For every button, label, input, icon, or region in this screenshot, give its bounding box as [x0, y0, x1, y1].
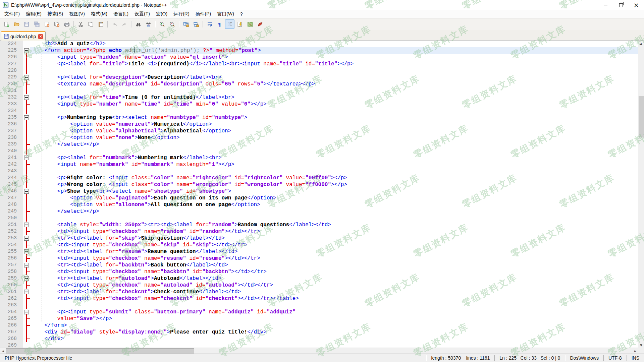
- code-text[interactable]: <p><label for="time">Time (0 for unlimit…: [30, 94, 638, 101]
- code-text[interactable]: [30, 87, 638, 94]
- code-text[interactable]: <p>Wrong color: <input class="color" nam…: [30, 181, 638, 188]
- code-text[interactable]: <table style="width: 250px"><tr><td><lab…: [30, 222, 638, 228]
- code-text[interactable]: <option value="numerical">Numerical</opt…: [30, 121, 638, 128]
- code-text[interactable]: <input name="numbmark" id="numbmark" max…: [30, 161, 638, 168]
- fold-collapse-box[interactable]: [24, 48, 29, 53]
- vertical-scroll-thumb[interactable]: [639, 96, 644, 137]
- zoom-out-icon[interactable]: [167, 19, 177, 29]
- code-text[interactable]: <tr><td><label for="resume">Resume quest…: [30, 248, 638, 255]
- indent-guide-icon[interactable]: [225, 19, 234, 29]
- code-text[interactable]: <td><input type="checkbox" name="random"…: [30, 228, 638, 235]
- save-all-icon[interactable]: [32, 19, 41, 29]
- close-all-icon[interactable]: [52, 19, 61, 29]
- code-text[interactable]: <td><input type="checkbox" name="autoloa…: [30, 282, 638, 289]
- code-text[interactable]: </select></p>: [30, 141, 638, 148]
- fold-collapse-box[interactable]: [24, 95, 29, 100]
- code-text[interactable]: <option value="allonone">All questions o…: [30, 201, 638, 208]
- menu-item[interactable]: ?: [237, 11, 246, 17]
- fold-collapse-box[interactable]: [24, 75, 29, 80]
- code-text[interactable]: <option value="none">None</option>: [30, 134, 638, 141]
- code-text[interactable]: [30, 215, 638, 222]
- code-text[interactable]: <p><label for="title">Title <i>(required…: [30, 61, 638, 67]
- menu-item[interactable]: 搜索(S): [45, 10, 66, 18]
- horizontal-scroll-thumb[interactable]: [6, 348, 194, 354]
- code-text[interactable]: <p>Right color: <input class="color" nam…: [30, 175, 638, 181]
- code-text[interactable]: <tr><td><label for="autoload">Autoload</…: [30, 275, 638, 282]
- code-text[interactable]: <p><input type="submit" class="button-pr…: [30, 309, 638, 315]
- code-text[interactable]: <p>Numbering type<br><select name="numbt…: [30, 114, 638, 121]
- fold-collapse-box[interactable]: [24, 115, 29, 120]
- menu-item[interactable]: 语言(L): [110, 10, 131, 18]
- scroll-right-icon[interactable]: ►: [633, 348, 638, 354]
- code-text[interactable]: <tr><td><label for="skip">Skip question<…: [30, 235, 638, 242]
- code-text[interactable]: [30, 148, 638, 155]
- menu-item[interactable]: 编辑(E): [23, 10, 45, 18]
- code-text[interactable]: </form>: [30, 322, 638, 329]
- code-text[interactable]: value="Save"></p>: [30, 315, 638, 322]
- print-icon[interactable]: [62, 19, 71, 29]
- code-text[interactable]: <p><label for="numbmark">Numbering mark<…: [30, 155, 638, 161]
- vertical-scrollbar[interactable]: ▲ ▼: [638, 41, 644, 348]
- minimize-button[interactable]: [598, 0, 613, 10]
- code-text[interactable]: [30, 342, 638, 348]
- code-text[interactable]: <td><input type="checkbox" name="backbtn…: [30, 268, 638, 275]
- tab-quizlord[interactable]: quizlord.php ×: [1, 31, 46, 41]
- copy-icon[interactable]: [86, 19, 95, 29]
- new-file-icon[interactable]: [2, 19, 11, 29]
- monitoring-icon[interactable]: [255, 19, 265, 29]
- code-text[interactable]: <h2>Add a quiz</h2>: [30, 41, 638, 47]
- restore-button[interactable]: [613, 0, 629, 10]
- tab-close-icon[interactable]: ×: [38, 34, 43, 39]
- document-map-icon[interactable]: [245, 19, 255, 29]
- show-all-chars-icon[interactable]: ¶: [215, 19, 224, 29]
- scroll-left-icon[interactable]: ◄: [0, 348, 6, 354]
- menu-item[interactable]: 窗口(W): [214, 10, 237, 18]
- code-text[interactable]: <input type="number" name="time" id="tim…: [30, 101, 638, 108]
- code-text[interactable]: <p><label for="description">Description<…: [30, 74, 638, 81]
- menu-item[interactable]: 视图(V): [66, 10, 88, 18]
- code-text[interactable]: <p>Show type<br><select name="showtype" …: [30, 188, 638, 195]
- menu-item[interactable]: 宏(O): [153, 10, 170, 18]
- zoom-in-icon[interactable]: [157, 19, 167, 29]
- code-text[interactable]: <option value="paginated">Each question …: [30, 195, 638, 201]
- code-text[interactable]: <td><input type="checkbox" name="resume"…: [30, 255, 638, 262]
- sync-scroll-h-icon[interactable]: [191, 19, 201, 29]
- menu-item[interactable]: 运行(R): [170, 10, 192, 18]
- menu-item[interactable]: 设置(T): [131, 10, 153, 18]
- fold-collapse-box[interactable]: [24, 223, 29, 227]
- code-text[interactable]: </select></p>: [30, 208, 638, 215]
- close-file-icon[interactable]: [42, 19, 51, 29]
- scroll-up-icon[interactable]: ▲: [638, 41, 644, 46]
- menu-item[interactable]: 格式(M): [88, 10, 110, 18]
- scroll-down-icon[interactable]: ▼: [638, 342, 644, 348]
- code-text[interactable]: </div>: [30, 336, 638, 342]
- redo-icon[interactable]: [120, 19, 129, 29]
- menu-item[interactable]: 插件(P): [193, 10, 214, 18]
- horizontal-scrollbar[interactable]: ◄ ►: [0, 348, 638, 354]
- fold-collapse-box[interactable]: [24, 156, 29, 160]
- find-icon[interactable]: [133, 19, 143, 29]
- code-text[interactable]: [30, 302, 638, 309]
- undo-icon[interactable]: [110, 19, 119, 29]
- code-text[interactable]: [30, 168, 638, 175]
- fold-collapse-box[interactable]: [24, 310, 29, 314]
- code-text[interactable]: <tr><td><label for="backbtn">Back button…: [30, 262, 638, 268]
- code-text[interactable]: <textarea name="description" id="descrip…: [30, 81, 638, 87]
- cut-icon[interactable]: [76, 19, 85, 29]
- paste-icon[interactable]: [96, 19, 105, 29]
- code-text[interactable]: <td><input type="checkbox" name="checkcn…: [30, 295, 638, 302]
- replace-icon[interactable]: ab: [144, 19, 153, 29]
- menu-item[interactable]: 文件(F): [1, 10, 23, 18]
- close-button[interactable]: ×: [629, 0, 644, 10]
- fold-collapse-box[interactable]: [24, 236, 29, 241]
- fold-collapse-box[interactable]: [24, 189, 29, 194]
- save-icon[interactable]: [22, 19, 31, 29]
- code-text[interactable]: <td><input type="checkbox" name="skip" i…: [30, 242, 638, 248]
- code-text[interactable]: <tr><td><label for="checkcnt">Check-cont…: [30, 289, 638, 295]
- fold-collapse-box[interactable]: [24, 263, 29, 267]
- fold-collapse-box[interactable]: [24, 276, 29, 281]
- code-text[interactable]: <input type="hidden" name="action" value…: [30, 54, 638, 61]
- fold-collapse-box[interactable]: [24, 249, 29, 254]
- open-file-icon[interactable]: [12, 19, 21, 29]
- code-text[interactable]: <form action="<?php echo admin_url('admi…: [30, 47, 638, 54]
